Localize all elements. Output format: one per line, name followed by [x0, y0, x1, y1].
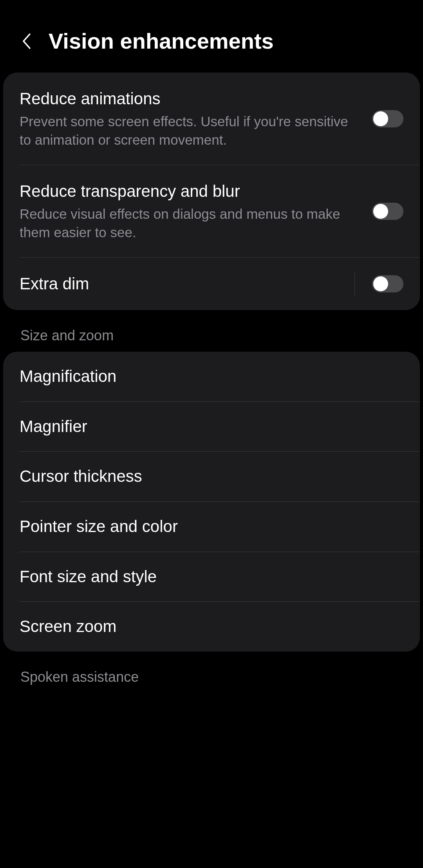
setting-title: Pointer size and color	[20, 516, 403, 538]
setting-magnifier[interactable]: Magnifier	[3, 402, 420, 452]
header: Vision enhancements	[0, 0, 423, 73]
setting-text: Pointer size and color	[20, 516, 403, 538]
setting-text: Magnification	[20, 366, 403, 387]
setting-title: Magnification	[20, 366, 403, 387]
setting-title: Magnifier	[20, 416, 403, 438]
settings-group-2: Magnification Magnifier Cursor thickness…	[3, 352, 420, 652]
setting-extra-dim[interactable]: Extra dim	[3, 258, 420, 310]
setting-text: Font size and style	[20, 566, 403, 588]
setting-reduce-transparency[interactable]: Reduce transparency and blur Reduce visu…	[3, 165, 420, 257]
setting-title: Cursor thickness	[20, 466, 403, 487]
setting-title: Reduce transparency and blur	[20, 181, 363, 202]
setting-title: Font size and style	[20, 566, 403, 588]
setting-text: Magnifier	[20, 416, 403, 438]
setting-title: Reduce animations	[20, 88, 363, 110]
toggle-knob	[373, 111, 388, 126]
setting-text: Cursor thickness	[20, 466, 403, 487]
setting-screen-zoom[interactable]: Screen zoom	[3, 602, 420, 652]
setting-text: Reduce transparency and blur Reduce visu…	[20, 181, 363, 242]
vertical-separator	[354, 272, 355, 296]
setting-font-size-style[interactable]: Font size and style	[3, 552, 420, 602]
setting-title: Extra dim	[20, 273, 354, 295]
chevron-left-icon	[21, 33, 32, 50]
toggle-reduce-animations[interactable]	[372, 110, 403, 127]
settings-group-1: Reduce animations Prevent some screen ef…	[3, 73, 420, 310]
setting-pointer-size-color[interactable]: Pointer size and color	[3, 502, 420, 552]
page-title: Vision enhancements	[49, 28, 274, 54]
toggle-reduce-transparency[interactable]	[372, 203, 403, 220]
setting-title: Screen zoom	[20, 616, 403, 637]
setting-text: Screen zoom	[20, 616, 403, 637]
setting-text: Reduce animations Prevent some screen ef…	[20, 88, 363, 149]
toggle-knob	[373, 276, 388, 291]
setting-magnification[interactable]: Magnification	[3, 352, 420, 401]
toggle-knob	[373, 204, 388, 219]
back-button[interactable]	[19, 33, 34, 49]
setting-reduce-animations[interactable]: Reduce animations Prevent some screen ef…	[3, 73, 420, 165]
section-label-size-and-zoom: Size and zoom	[0, 310, 423, 352]
setting-text: Extra dim	[20, 273, 354, 295]
section-label-spoken-assistance: Spoken assistance	[0, 652, 423, 688]
setting-desc: Prevent some screen effects. Useful if y…	[20, 112, 363, 149]
setting-cursor-thickness[interactable]: Cursor thickness	[3, 452, 420, 501]
setting-desc: Reduce visual effects on dialogs and men…	[20, 205, 363, 242]
toggle-extra-dim[interactable]	[372, 275, 403, 292]
